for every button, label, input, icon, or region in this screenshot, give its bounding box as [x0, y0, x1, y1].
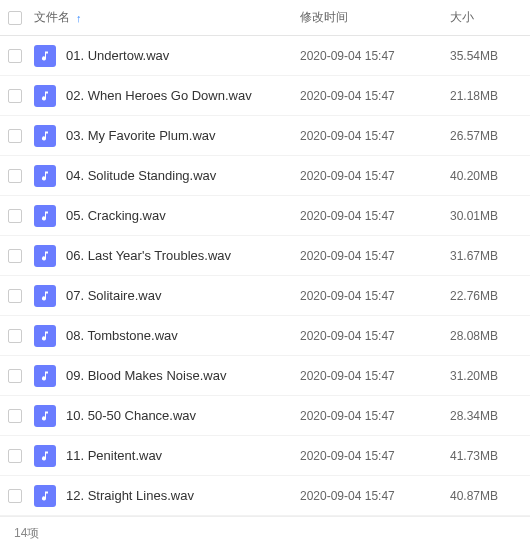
file-name: 06. Last Year's Troubles.wav [66, 248, 231, 263]
header-size[interactable]: 大小 [450, 9, 530, 26]
file-time: 2020-09-04 15:47 [300, 249, 450, 263]
row-check-cell [0, 449, 30, 463]
file-name: 10. 50-50 Chance.wav [66, 408, 196, 423]
item-count: 14项 [14, 525, 39, 542]
file-time: 2020-09-04 15:47 [300, 289, 450, 303]
table-row[interactable]: 12. Straight Lines.wav2020-09-04 15:4740… [0, 476, 530, 516]
music-file-icon [34, 85, 56, 107]
file-time: 2020-09-04 15:47 [300, 49, 450, 63]
file-size: 28.34MB [450, 409, 530, 423]
file-size: 26.57MB [450, 129, 530, 143]
file-size: 40.87MB [450, 489, 530, 503]
file-size: 31.67MB [450, 249, 530, 263]
table-row[interactable]: 05. Cracking.wav2020-09-04 15:4730.01MB [0, 196, 530, 236]
row-checkbox[interactable] [8, 449, 22, 463]
header-time-label: 修改时间 [300, 10, 348, 24]
music-file-icon [34, 365, 56, 387]
file-name: 07. Solitaire.wav [66, 288, 161, 303]
row-name-cell: 01. Undertow.wav [30, 45, 300, 67]
row-check-cell [0, 209, 30, 223]
music-file-icon [34, 205, 56, 227]
music-file-icon [34, 45, 56, 67]
header-name-label: 文件名 [34, 9, 70, 26]
file-time: 2020-09-04 15:47 [300, 369, 450, 383]
music-file-icon [34, 285, 56, 307]
row-checkbox[interactable] [8, 249, 22, 263]
table-row[interactable]: 04. Solitude Standing.wav2020-09-04 15:4… [0, 156, 530, 196]
table-row[interactable]: 01. Undertow.wav2020-09-04 15:4735.54MB [0, 36, 530, 76]
table-row[interactable]: 07. Solitaire.wav2020-09-04 15:4722.76MB [0, 276, 530, 316]
row-checkbox[interactable] [8, 329, 22, 343]
header-size-label: 大小 [450, 10, 474, 24]
row-name-cell: 10. 50-50 Chance.wav [30, 405, 300, 427]
table-row[interactable]: 09. Blood Makes Noise.wav2020-09-04 15:4… [0, 356, 530, 396]
file-time: 2020-09-04 15:47 [300, 409, 450, 423]
row-check-cell [0, 369, 30, 383]
file-name: 08. Tombstone.wav [66, 328, 178, 343]
file-size: 35.54MB [450, 49, 530, 63]
row-name-cell: 12. Straight Lines.wav [30, 485, 300, 507]
row-checkbox[interactable] [8, 369, 22, 383]
table-row[interactable]: 03. My Favorite Plum.wav2020-09-04 15:47… [0, 116, 530, 156]
file-name: 12. Straight Lines.wav [66, 488, 194, 503]
row-name-cell: 09. Blood Makes Noise.wav [30, 365, 300, 387]
header-name[interactable]: 文件名 ↑ [30, 9, 300, 26]
file-size: 41.73MB [450, 449, 530, 463]
file-time: 2020-09-04 15:47 [300, 169, 450, 183]
status-bar: 14项 [0, 516, 530, 543]
file-time: 2020-09-04 15:47 [300, 209, 450, 223]
row-checkbox[interactable] [8, 289, 22, 303]
row-checkbox[interactable] [8, 89, 22, 103]
row-check-cell [0, 329, 30, 343]
table-row[interactable]: 08. Tombstone.wav2020-09-04 15:4728.08MB [0, 316, 530, 356]
table-row[interactable]: 10. 50-50 Chance.wav2020-09-04 15:4728.3… [0, 396, 530, 436]
row-name-cell: 02. When Heroes Go Down.wav [30, 85, 300, 107]
file-size: 40.20MB [450, 169, 530, 183]
music-file-icon [34, 445, 56, 467]
row-name-cell: 04. Solitude Standing.wav [30, 165, 300, 187]
row-check-cell [0, 89, 30, 103]
row-check-cell [0, 289, 30, 303]
row-check-cell [0, 489, 30, 503]
file-size: 21.18MB [450, 89, 530, 103]
file-name: 03. My Favorite Plum.wav [66, 128, 216, 143]
row-checkbox[interactable] [8, 409, 22, 423]
row-name-cell: 08. Tombstone.wav [30, 325, 300, 347]
row-checkbox[interactable] [8, 489, 22, 503]
header-check-cell [0, 11, 30, 25]
file-name: 02. When Heroes Go Down.wav [66, 88, 252, 103]
music-file-icon [34, 405, 56, 427]
row-name-cell: 05. Cracking.wav [30, 205, 300, 227]
file-time: 2020-09-04 15:47 [300, 329, 450, 343]
music-file-icon [34, 165, 56, 187]
file-time: 2020-09-04 15:47 [300, 489, 450, 503]
row-checkbox[interactable] [8, 49, 22, 63]
file-time: 2020-09-04 15:47 [300, 449, 450, 463]
music-file-icon [34, 485, 56, 507]
row-check-cell [0, 249, 30, 263]
file-list: 01. Undertow.wav2020-09-04 15:4735.54MB0… [0, 36, 530, 516]
row-check-cell [0, 49, 30, 63]
row-check-cell [0, 409, 30, 423]
row-check-cell [0, 169, 30, 183]
table-row[interactable]: 02. When Heroes Go Down.wav2020-09-04 15… [0, 76, 530, 116]
row-checkbox[interactable] [8, 209, 22, 223]
file-size: 30.01MB [450, 209, 530, 223]
row-checkbox[interactable] [8, 169, 22, 183]
file-name: 05. Cracking.wav [66, 208, 166, 223]
row-name-cell: 11. Penitent.wav [30, 445, 300, 467]
file-name: 09. Blood Makes Noise.wav [66, 368, 226, 383]
music-file-icon [34, 125, 56, 147]
file-time: 2020-09-04 15:47 [300, 89, 450, 103]
row-checkbox[interactable] [8, 129, 22, 143]
row-check-cell [0, 129, 30, 143]
file-time: 2020-09-04 15:47 [300, 129, 450, 143]
select-all-checkbox[interactable] [8, 11, 22, 25]
row-name-cell: 06. Last Year's Troubles.wav [30, 245, 300, 267]
file-size: 22.76MB [450, 289, 530, 303]
header-time[interactable]: 修改时间 [300, 9, 450, 26]
music-file-icon [34, 245, 56, 267]
table-row[interactable]: 06. Last Year's Troubles.wav2020-09-04 1… [0, 236, 530, 276]
table-row[interactable]: 11. Penitent.wav2020-09-04 15:4741.73MB [0, 436, 530, 476]
file-size: 31.20MB [450, 369, 530, 383]
